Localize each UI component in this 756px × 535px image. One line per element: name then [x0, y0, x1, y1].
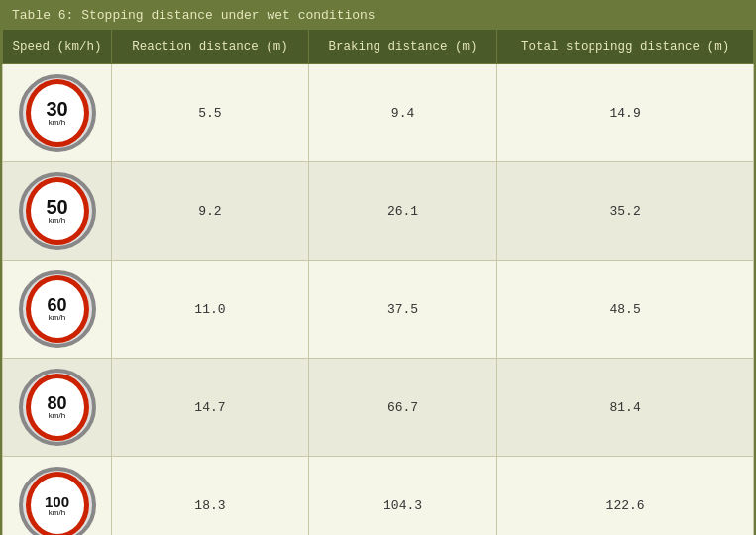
data-table: Speed (km/h) Reaction distance (m) Braki… [2, 29, 754, 535]
speed-sign: 30 km/h [26, 79, 89, 147]
speed-unit: km/h [49, 412, 65, 420]
speed-unit: km/h [49, 119, 65, 127]
header-braking: Braking distance (m) [308, 30, 496, 64]
braking-cell: 26.1 [308, 162, 496, 261]
total-cell: 81.4 [497, 359, 754, 457]
speed-cell: 50 km/h [3, 162, 112, 261]
speed-sign-outer: 80 km/h [19, 369, 96, 446]
table-row: 80 km/h 14.766.781.4 [3, 359, 754, 457]
reaction-cell: 18.3 [112, 457, 309, 536]
speed-unit: km/h [49, 217, 65, 225]
reaction-cell: 11.0 [112, 261, 309, 359]
speed-sign-outer: 50 km/h [19, 172, 96, 250]
braking-cell: 37.5 [308, 261, 496, 359]
speed-sign-outer: 100 km/h [19, 467, 96, 535]
speed-number: 80 [47, 394, 66, 412]
braking-cell: 104.3 [308, 457, 496, 536]
total-cell: 35.2 [497, 162, 754, 261]
header-reaction: Reaction distance (m) [112, 30, 309, 64]
speed-number: 50 [46, 197, 67, 217]
reaction-cell: 9.2 [112, 162, 309, 261]
speed-number: 60 [47, 296, 66, 314]
header-total: Total stoppingg distance (m) [497, 30, 754, 64]
table-row: 60 km/h 11.037.548.5 [3, 261, 754, 359]
total-cell: 14.9 [497, 64, 754, 162]
table-row: 100 km/h 18.3104.3122.6 [3, 457, 754, 536]
reaction-cell: 14.7 [112, 359, 309, 457]
table-container: Table 6: Stopping distance under wet con… [0, 0, 756, 535]
speed-sign: 100 km/h [26, 472, 89, 535]
speed-cell: 30 km/h [3, 64, 112, 162]
table-row: 50 km/h 9.226.135.2 [3, 162, 754, 261]
speed-cell: 60 km/h [3, 261, 112, 359]
braking-cell: 66.7 [308, 359, 496, 457]
speed-sign: 60 km/h [26, 275, 89, 343]
header-speed: Speed (km/h) [3, 30, 112, 64]
total-cell: 122.6 [497, 457, 754, 536]
speed-sign: 50 km/h [26, 177, 89, 245]
speed-cell: 100 km/h [3, 457, 112, 536]
table-row: 30 km/h 5.59.414.9 [3, 64, 754, 162]
speed-unit: km/h [49, 509, 65, 517]
table-title: Table 6: Stopping distance under wet con… [2, 2, 754, 29]
speed-number: 100 [45, 494, 69, 509]
speed-number: 30 [46, 99, 67, 119]
speed-sign: 80 km/h [26, 374, 89, 441]
braking-cell: 9.4 [308, 64, 496, 162]
speed-sign-outer: 60 km/h [19, 270, 96, 348]
total-cell: 48.5 [497, 261, 754, 359]
speed-cell: 80 km/h [3, 359, 112, 457]
speed-sign-outer: 30 km/h [19, 74, 96, 152]
reaction-cell: 5.5 [112, 64, 309, 162]
speed-unit: km/h [49, 314, 65, 322]
